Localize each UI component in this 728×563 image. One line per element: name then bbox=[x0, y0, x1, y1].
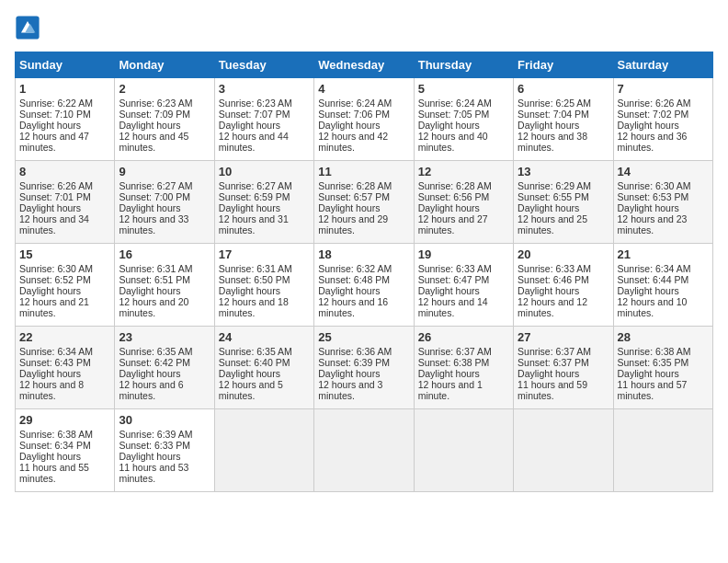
day-number: 4 bbox=[318, 82, 409, 96]
daylight-value: 12 hours and 40 minutes. bbox=[418, 131, 488, 153]
day-number: 24 bbox=[219, 330, 310, 344]
day-number: 22 bbox=[19, 330, 110, 344]
daylight-value: 11 hours and 57 minutes. bbox=[618, 379, 688, 401]
daylight-label: Daylight hours bbox=[318, 368, 380, 379]
sunrise: Sunrise: 6:33 AM bbox=[518, 263, 591, 274]
table-cell-day-23: 23Sunrise: 6:35 AMSunset: 6:42 PMDayligh… bbox=[115, 327, 214, 409]
table-cell-day-21: 21Sunrise: 6:34 AMSunset: 6:44 PMDayligh… bbox=[613, 244, 712, 327]
daylight-label: Daylight hours bbox=[119, 451, 180, 462]
daylight-label: Daylight hours bbox=[119, 285, 180, 296]
sunset: Sunset: 6:37 PM bbox=[518, 357, 589, 368]
daylight-label: Daylight hours bbox=[418, 202, 480, 213]
table-cell-day-5: 5Sunrise: 6:24 AMSunset: 7:05 PMDaylight… bbox=[414, 78, 513, 161]
sunrise: Sunrise: 6:36 AM bbox=[318, 346, 392, 357]
sunrise: Sunrise: 6:34 AM bbox=[19, 346, 93, 357]
sunrise: Sunrise: 6:37 AM bbox=[518, 346, 591, 357]
sunset: Sunset: 7:06 PM bbox=[318, 109, 390, 120]
sunset: Sunset: 6:38 PM bbox=[418, 357, 490, 368]
table-cell-day-13: 13Sunrise: 6:29 AMSunset: 6:55 PMDayligh… bbox=[514, 161, 613, 244]
table-cell-day-12: 12Sunrise: 6:28 AMSunset: 6:56 PMDayligh… bbox=[414, 161, 513, 244]
daylight-label: Daylight hours bbox=[219, 285, 280, 296]
daylight-value: 12 hours and 38 minutes. bbox=[518, 131, 587, 153]
table-cell-day-empty bbox=[314, 409, 414, 492]
day-number: 28 bbox=[618, 330, 709, 344]
daylight-label: Daylight hours bbox=[119, 368, 180, 379]
sunset: Sunset: 6:56 PM bbox=[418, 191, 490, 202]
sunrise: Sunrise: 6:28 AM bbox=[318, 180, 392, 191]
table-cell-day-16: 16Sunrise: 6:31 AMSunset: 6:51 PMDayligh… bbox=[115, 244, 214, 327]
daylight-value: 11 hours and 59 minutes. bbox=[518, 379, 587, 401]
daylight-value: 12 hours and 21 minutes. bbox=[19, 296, 89, 318]
daylight-label: Daylight hours bbox=[219, 202, 280, 213]
daylight-label: Daylight hours bbox=[19, 451, 81, 462]
day-number: 27 bbox=[518, 330, 609, 344]
table-cell-day-empty bbox=[514, 409, 613, 492]
col-tuesday: Tuesday bbox=[214, 52, 313, 78]
sunset: Sunset: 6:42 PM bbox=[119, 357, 190, 368]
table-cell-day-10: 10Sunrise: 6:27 AMSunset: 6:59 PMDayligh… bbox=[214, 161, 313, 244]
table-cell-day-8: 8Sunrise: 6:26 AMSunset: 7:01 PMDaylight… bbox=[16, 161, 115, 244]
sunset: Sunset: 6:48 PM bbox=[318, 274, 390, 285]
day-number: 18 bbox=[318, 247, 409, 261]
sunrise: Sunrise: 6:26 AM bbox=[19, 180, 93, 191]
daylight-label: Daylight hours bbox=[19, 368, 81, 379]
sunrise: Sunrise: 6:24 AM bbox=[418, 98, 492, 109]
sunset: Sunset: 6:57 PM bbox=[318, 191, 390, 202]
daylight-label: Daylight hours bbox=[119, 120, 180, 131]
daylight-value: 12 hours and 44 minutes. bbox=[219, 131, 289, 153]
sunrise: Sunrise: 6:27 AM bbox=[219, 180, 292, 191]
page-header bbox=[15, 15, 713, 40]
table-cell-day-3: 3Sunrise: 6:23 AMSunset: 7:07 PMDaylight… bbox=[214, 78, 313, 161]
sunrise: Sunrise: 6:22 AM bbox=[19, 98, 93, 109]
sunset: Sunset: 6:50 PM bbox=[219, 274, 290, 285]
calendar-header-row: Sunday Monday Tuesday Wednesday Thursday… bbox=[16, 52, 713, 78]
day-number: 29 bbox=[19, 413, 110, 427]
table-cell-day-empty bbox=[414, 409, 513, 492]
table-cell-day-17: 17Sunrise: 6:31 AMSunset: 6:50 PMDayligh… bbox=[214, 244, 313, 327]
sunset: Sunset: 6:55 PM bbox=[518, 191, 589, 202]
table-cell-day-1: 1Sunrise: 6:22 AMSunset: 7:10 PMDaylight… bbox=[16, 78, 115, 161]
daylight-value: 12 hours and 31 minutes. bbox=[219, 213, 289, 236]
daylight-label: Daylight hours bbox=[518, 368, 579, 379]
day-number: 1 bbox=[19, 82, 110, 96]
calendar-row-4: 22Sunrise: 6:34 AMSunset: 6:43 PMDayligh… bbox=[16, 327, 713, 409]
day-number: 10 bbox=[219, 165, 310, 178]
sunset: Sunset: 7:04 PM bbox=[518, 109, 589, 120]
sunset: Sunset: 6:34 PM bbox=[19, 440, 91, 451]
daylight-value: 12 hours and 42 minutes. bbox=[318, 131, 388, 153]
daylight-value: 11 hours and 55 minutes. bbox=[19, 462, 89, 484]
sunset: Sunset: 7:02 PM bbox=[618, 109, 689, 120]
calendar-row-5: 29Sunrise: 6:38 AMSunset: 6:34 PMDayligh… bbox=[16, 409, 713, 492]
day-number: 21 bbox=[618, 247, 709, 261]
daylight-label: Daylight hours bbox=[219, 368, 280, 379]
col-thursday: Thursday bbox=[414, 52, 513, 78]
table-cell-day-29: 29Sunrise: 6:38 AMSunset: 6:34 PMDayligh… bbox=[16, 409, 115, 492]
sunrise: Sunrise: 6:28 AM bbox=[418, 180, 492, 191]
daylight-label: Daylight hours bbox=[318, 202, 380, 213]
calendar-row-3: 15Sunrise: 6:30 AMSunset: 6:52 PMDayligh… bbox=[16, 244, 713, 327]
logo-icon bbox=[15, 15, 40, 40]
sunrise: Sunrise: 6:27 AM bbox=[119, 180, 192, 191]
daylight-label: Daylight hours bbox=[618, 285, 679, 296]
daylight-label: Daylight hours bbox=[19, 120, 81, 131]
day-number: 11 bbox=[318, 165, 409, 178]
daylight-label: Daylight hours bbox=[119, 202, 180, 213]
sunrise: Sunrise: 6:23 AM bbox=[119, 98, 192, 109]
day-number: 5 bbox=[418, 82, 509, 96]
daylight-label: Daylight hours bbox=[518, 202, 579, 213]
col-saturday: Saturday bbox=[613, 52, 712, 78]
table-cell-day-4: 4Sunrise: 6:24 AMSunset: 7:06 PMDaylight… bbox=[314, 78, 414, 161]
sunrise: Sunrise: 6:30 AM bbox=[19, 263, 93, 274]
daylight-value: 12 hours and 18 minutes. bbox=[219, 296, 289, 318]
daylight-value: 12 hours and 36 minutes. bbox=[618, 131, 688, 153]
daylight-label: Daylight hours bbox=[618, 368, 679, 379]
sunrise: Sunrise: 6:33 AM bbox=[418, 263, 492, 274]
table-cell-day-24: 24Sunrise: 6:35 AMSunset: 6:40 PMDayligh… bbox=[214, 327, 313, 409]
table-cell-day-6: 6Sunrise: 6:25 AMSunset: 7:04 PMDaylight… bbox=[514, 78, 613, 161]
sunrise: Sunrise: 6:26 AM bbox=[618, 98, 691, 109]
day-number: 23 bbox=[119, 330, 210, 344]
sunrise: Sunrise: 6:31 AM bbox=[119, 263, 192, 274]
table-cell-day-30: 30Sunrise: 6:39 AMSunset: 6:33 PMDayligh… bbox=[115, 409, 214, 492]
day-number: 26 bbox=[418, 330, 509, 344]
sunset: Sunset: 6:51 PM bbox=[119, 274, 190, 285]
